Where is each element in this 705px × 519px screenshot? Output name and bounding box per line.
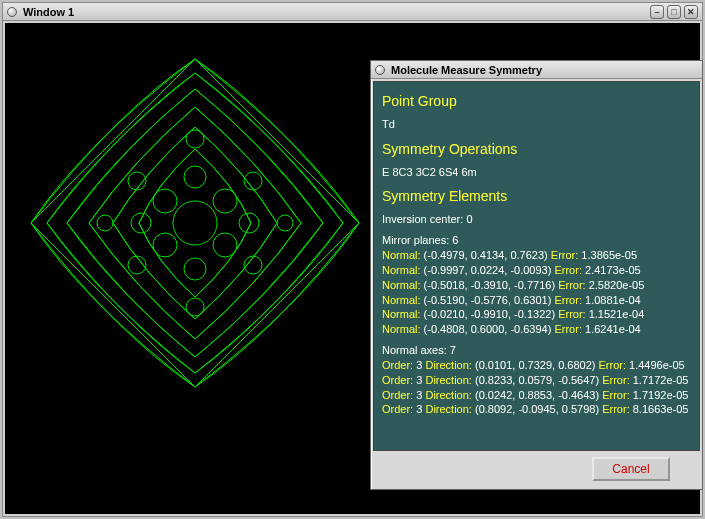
- dialog-icon: [375, 65, 385, 75]
- minimize-button[interactable]: –: [650, 5, 664, 19]
- axis-row: Order: 3 Direction: (0.8233, 0.0579, -0.…: [382, 373, 691, 388]
- mirror-row: Normal: (-0.0210, -0.9910, -0.1322) Erro…: [382, 307, 691, 322]
- close-button[interactable]: ✕: [684, 5, 698, 19]
- dialog-titlebar: Molecule Measure Symmetry: [371, 61, 702, 79]
- axis-row: Order: 3 Direction: (0.0242, 0.8853, -0.…: [382, 388, 691, 403]
- mirror-row: Normal: (-0.9997, 0.0224, -0.0093) Error…: [382, 263, 691, 278]
- main-titlebar: Window 1 – □ ✕: [3, 3, 702, 21]
- maximize-button[interactable]: □: [667, 5, 681, 19]
- mirror-row: Normal: (-0.4808, 0.6000, -0.6394) Error…: [382, 322, 691, 337]
- heading-pointgroup: Point Group: [382, 92, 691, 111]
- svg-point-1: [153, 189, 177, 213]
- dialog-content[interactable]: Point Group Td Symmetry Operations E 8C3…: [373, 81, 700, 451]
- svg-point-7: [184, 166, 206, 188]
- inversion-row: Inversion center: 0: [382, 212, 691, 227]
- mirror-row: Normal: (-0.4979, 0.4134, 0.7623) Error:…: [382, 248, 691, 263]
- axis-row: Order: 3 Direction: (0.8092, -0.0945, 0.…: [382, 402, 691, 417]
- cancel-button[interactable]: Cancel: [592, 457, 670, 481]
- svg-point-2: [213, 189, 237, 213]
- svg-point-3: [153, 233, 177, 257]
- svg-point-15: [97, 215, 113, 231]
- window-title: Window 1: [23, 6, 650, 18]
- molecule-render: [25, 53, 365, 393]
- mirror-row: Normal: (-0.5018, -0.3910, -0.7716) Erro…: [382, 278, 691, 293]
- symmetry-dialog: Molecule Measure Symmetry Point Group Td…: [370, 60, 703, 490]
- heading-symelems: Symmetry Elements: [382, 187, 691, 206]
- mirror-count-row: Mirror planes: 6: [382, 233, 691, 248]
- mirror-row: Normal: (-0.5190, -0.5776, 0.6301) Error…: [382, 293, 691, 308]
- svg-point-5: [131, 213, 151, 233]
- axis-row: Order: 3 Direction: (0.0101, 0.7329, 0.6…: [382, 358, 691, 373]
- svg-point-0: [173, 201, 217, 245]
- heading-symops: Symmetry Operations: [382, 140, 691, 159]
- svg-point-14: [186, 298, 204, 316]
- svg-point-6: [239, 213, 259, 233]
- dialog-footer: Cancel: [373, 451, 700, 487]
- axes-count-row: Normal axes: 7: [382, 343, 691, 358]
- pointgroup-value: Td: [382, 117, 691, 132]
- symops-value: E 8C3 3C2 6S4 6m: [382, 165, 691, 180]
- svg-point-16: [277, 215, 293, 231]
- svg-point-8: [184, 258, 206, 280]
- dialog-title: Molecule Measure Symmetry: [391, 64, 698, 76]
- svg-point-4: [213, 233, 237, 257]
- app-icon: [7, 7, 17, 17]
- window-controls: – □ ✕: [650, 5, 698, 19]
- svg-point-13: [186, 130, 204, 148]
